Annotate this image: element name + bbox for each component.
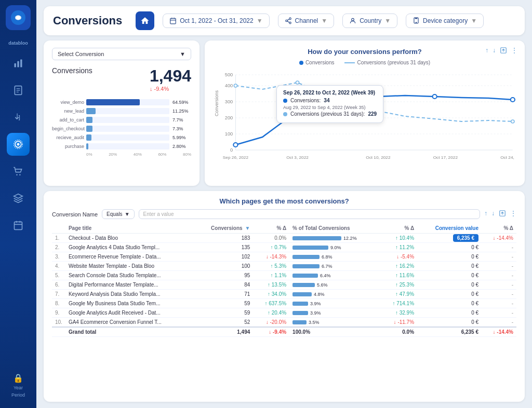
table-row[interactable]: 3. Ecommerce Revenue Template - Data... …: [52, 252, 516, 262]
col-pct-delta: % Δ: [253, 223, 289, 234]
table-row[interactable]: 9. Google Analytics Audit Received - Dat…: [52, 308, 516, 318]
sidebar: databloo 🔒 Year Period: [0, 0, 36, 408]
conversion-select-arrow: ▼: [180, 51, 185, 57]
table-row[interactable]: 7. Keyword Analysis Data Studio Templa..…: [52, 290, 516, 299]
row-page: Checkout - Data Bloo: [65, 234, 194, 243]
sort-up-icon[interactable]: ↑: [484, 210, 487, 219]
conversion-select[interactable]: Select Conversion ▼: [52, 48, 191, 60]
legend-prev-conversions: Conversions (previous 31 days): [344, 60, 430, 65]
period-label: Period: [11, 392, 25, 398]
bar-fill: [86, 143, 88, 149]
lock-icon: 🔒: [13, 373, 23, 383]
tooltip-value-2: 229: [368, 111, 377, 117]
row-pct-total: 6.7%: [289, 262, 381, 271]
row-pct-delta: ↓ -14.3%: [253, 252, 289, 262]
svg-text:Oct 10, 2022: Oct 10, 2022: [366, 155, 391, 160]
row-pct-total: 3.9%: [289, 308, 381, 318]
table-header-row: Page title Conversions ▼ % Δ % of Total …: [52, 223, 516, 234]
sidebar-item-conversions[interactable]: [7, 133, 30, 156]
channel-filter-label: Channel: [295, 17, 318, 24]
bar-row: purchase 2.80%: [52, 143, 191, 149]
table-row[interactable]: 2. Google Analytics 4 Data Studio Templ.…: [52, 243, 516, 252]
svg-text:100: 100: [225, 131, 233, 137]
row-pct-delta3: -: [482, 280, 516, 290]
bar-row: view_demo 64.59%: [52, 99, 191, 105]
sidebar-item-ecommerce[interactable]: [7, 160, 30, 183]
table-row[interactable]: 6. Digital Performance Master Template..…: [52, 280, 516, 290]
home-button[interactable]: [136, 11, 154, 30]
row-pct-total: 6.8%: [289, 252, 381, 262]
conv-value-highlight: 6,235 €: [453, 234, 478, 242]
sidebar-item-products[interactable]: [7, 187, 30, 210]
country-filter[interactable]: Country ▼: [342, 13, 397, 28]
gt-conv-value: 6,235 €: [417, 327, 482, 337]
bar-fill: [86, 99, 140, 105]
sidebar-item-reports[interactable]: [7, 79, 30, 102]
country-filter-arrow: ▼: [384, 17, 391, 24]
channel-filter[interactable]: Channel ▼: [278, 13, 335, 28]
legend-label-conversions: Conversions: [305, 60, 335, 65]
row-pct-delta3: -: [482, 318, 516, 328]
row-conversions: 95: [194, 271, 253, 280]
sidebar-item-schedule[interactable]: [7, 214, 30, 237]
up-arrow-icon[interactable]: ↑: [485, 47, 488, 56]
table-row[interactable]: 5. Search Console Data Studio Template..…: [52, 271, 516, 280]
col-num: [52, 223, 65, 234]
bar-pct: 64.59%: [172, 100, 191, 105]
table-row[interactable]: 1. Checkout - Data Bloo 183 0.0% 12.2% ↑…: [52, 234, 516, 243]
device-filter[interactable]: Device category ▼: [406, 13, 484, 28]
gt-page: Grand total: [65, 327, 194, 337]
gt-pct-total: 100.0%: [289, 327, 381, 337]
down-arrow-icon[interactable]: ↓: [493, 47, 496, 56]
row-pct-total: 9.0%: [289, 243, 381, 252]
filter-value-input[interactable]: Enter a value: [139, 209, 480, 219]
svg-rect-3: [17, 61, 19, 67]
conversion-select-label: Select Conversion: [58, 51, 104, 57]
row-conversions: 135: [194, 243, 253, 252]
col-conv-value[interactable]: Conversion value: [417, 223, 482, 234]
sidebar-item-interactions[interactable]: [7, 106, 30, 129]
bar-label: add_to_cart: [52, 117, 84, 123]
date-filter[interactable]: Oct 1, 2022 - Oct 31, 2022 ▼: [163, 13, 269, 28]
svg-point-12: [16, 174, 18, 175]
row-pct-delta3: -: [482, 262, 516, 271]
country-filter-label: Country: [360, 17, 381, 24]
sidebar-bottom: 🔒 Year Period: [11, 373, 25, 403]
tooltip-header-1: Sep 26, 2022 to Oct 2, 2022 (Week 39): [283, 90, 377, 96]
row-conversions: 102: [194, 252, 253, 262]
row-num: 2.: [52, 243, 65, 252]
table-scroll[interactable]: Page title Conversions ▼ % Δ % of Total …: [52, 223, 516, 396]
row-page: Keyword Analysis Data Studio Templa...: [65, 290, 194, 299]
export-icon[interactable]: [500, 47, 507, 56]
chart-legend: Conversions Conversions (previous 31 day…: [214, 60, 515, 65]
table-row[interactable]: 10. GA4 Ecommerce Conversion Funnel T...…: [52, 318, 516, 328]
col-page[interactable]: Page title: [65, 223, 194, 234]
bar-label: recieve_audit: [52, 135, 84, 140]
sidebar-item-analytics[interactable]: [7, 52, 30, 75]
legend-conversions: Conversions: [299, 60, 335, 65]
bar-fill: [86, 126, 92, 132]
more-icon[interactable]: ⋮: [511, 47, 517, 56]
filter-operator[interactable]: Equals ▼: [102, 209, 134, 219]
row-pct-delta: ↑ 637.5%: [253, 299, 289, 308]
table-row[interactable]: 8. Google My Business Data Studio Tem...…: [52, 299, 516, 308]
tooltip-value-1: 34: [324, 98, 329, 103]
svg-point-1: [16, 16, 20, 20]
app-logo[interactable]: [6, 5, 31, 30]
conv-value-cell: 6,235 €: [417, 234, 482, 243]
page-title: Conversions: [53, 14, 122, 28]
table-row[interactable]: 4. Website Master Template - Data Bloo 1…: [52, 262, 516, 271]
row-pct-delta3: -: [482, 243, 516, 252]
bar-fill: [86, 117, 92, 123]
sort-down-icon[interactable]: ↓: [491, 210, 495, 219]
svg-rect-14: [15, 222, 22, 229]
row-pct-total: 12.2%: [289, 234, 381, 243]
bar-track: [86, 99, 169, 105]
conversion-title: Conversions: [52, 66, 92, 75]
legend-label-prev: Conversions (previous 31 days): [357, 60, 430, 65]
legend-dot-conversions: [299, 61, 303, 65]
more-table-icon[interactable]: ⋮: [510, 210, 516, 219]
bar-row: begin_checkout 7.3%: [52, 126, 191, 132]
col-conversions[interactable]: Conversions ▼: [194, 223, 253, 234]
export-table-icon[interactable]: [499, 210, 506, 219]
